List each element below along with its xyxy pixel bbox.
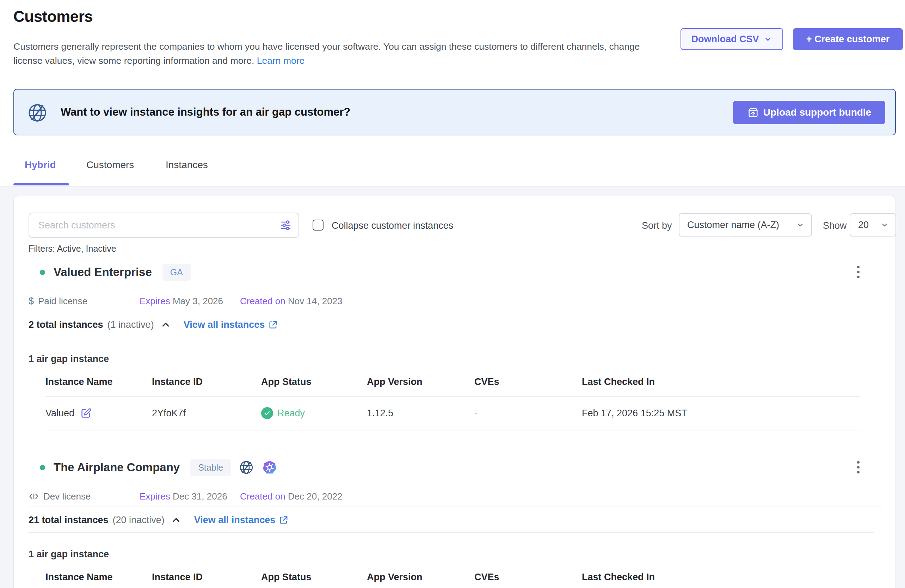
active-tab-underline [13, 183, 69, 186]
tabs-divider [0, 186, 905, 186]
customer-card-the-airplane-company: The Airplane Company Stable [14, 456, 896, 588]
learn-more-link[interactable]: Learn more [257, 56, 305, 66]
view-all-instances-link[interactable]: View all instances [184, 319, 278, 330]
customer-name[interactable]: Valued Enterprise [54, 265, 152, 279]
edit-icon[interactable] [80, 407, 92, 419]
sort-select[interactable]: Customer name (A-Z) [679, 213, 812, 237]
chevron-down-icon [796, 220, 805, 229]
table-header-row: Instance Name Instance ID App Status App… [46, 572, 860, 588]
section-divider [29, 532, 874, 532]
sort-select-value: Customer name (A-Z) [687, 219, 779, 230]
created-on-label: Created on [240, 491, 286, 502]
table-header-row: Instance Name Instance ID App Status App… [46, 377, 860, 397]
collapse-chevron-up-icon[interactable] [160, 319, 171, 330]
collapse-chevron-up-icon[interactable] [171, 515, 181, 525]
dollar-icon: $ [29, 296, 34, 307]
created-date: Dec 20, 2022 [288, 491, 343, 502]
tab-hybrid[interactable]: Hybrid [25, 159, 56, 171]
page-description: Customers generally represent the compan… [13, 40, 648, 68]
customers-panel: Collapse customer instances Sort by Cust… [13, 196, 896, 588]
chevron-down-icon [763, 35, 773, 44]
kubernetes-icon [262, 460, 277, 475]
app-version: 1.12.5 [367, 408, 474, 419]
customer-menu-button[interactable] [850, 262, 866, 282]
tab-instances[interactable]: Instances [166, 159, 208, 171]
customer-menu-button[interactable] [850, 457, 866, 477]
col-last-checked-in: Last Checked In [582, 377, 860, 388]
filters-note: Filters: Active, Inactive [29, 243, 116, 254]
air-gap-globe-icon [27, 102, 48, 123]
active-status-dot [40, 465, 45, 470]
view-all-instances-label: View all instances [194, 515, 276, 526]
banner-title: Want to view instance insights for an ai… [60, 106, 350, 118]
col-app-version: App Version [367, 572, 474, 583]
col-instance-name: Instance Name [46, 377, 152, 388]
col-cves: CVEs [474, 572, 582, 583]
search-input[interactable] [29, 213, 299, 238]
download-csv-button[interactable]: Download CSV [681, 28, 783, 50]
download-csv-label: Download CSV [691, 34, 759, 45]
license-type: Paid license [38, 296, 87, 307]
active-status-dot [40, 270, 45, 275]
code-icon [29, 491, 39, 502]
upload-support-bundle-label: Upload support bundle [763, 107, 871, 118]
inactive-instances-note: (1 inactive) [108, 319, 154, 330]
view-all-instances-label: View all instances [184, 319, 265, 330]
view-all-instances-link[interactable]: View all instances [194, 515, 289, 526]
airgap-instances-heading: 1 air gap instance [29, 549, 874, 560]
instance-name: Valued [46, 408, 75, 419]
instance-id: 2YfoK7f [152, 408, 261, 419]
section-divider [29, 337, 874, 337]
chevron-down-icon [880, 220, 889, 229]
cves-value: - [474, 408, 582, 419]
col-last-checked-in: Last Checked In [582, 572, 860, 583]
air-gap-globe-icon [238, 460, 254, 475]
external-link-icon [279, 515, 289, 525]
total-instances: 2 total instances [29, 319, 103, 330]
page-title: Customers [13, 8, 93, 25]
airgap-instances-table: Instance Name Instance ID App Status App… [46, 377, 860, 431]
col-instance-id: Instance ID [152, 377, 261, 388]
air-gap-banner: Want to view instance insights for an ai… [13, 89, 896, 135]
collapse-instances-label: Collapse customer instances [332, 220, 453, 231]
col-cves: CVEs [474, 377, 582, 388]
expires-label: Expires [140, 296, 170, 306]
show-select-value: 20 [858, 219, 869, 230]
show-select[interactable]: 20 [849, 213, 896, 237]
created-date: Nov 14, 2023 [288, 296, 343, 306]
airgap-instances-table: Instance Name Instance ID App Status App… [46, 572, 860, 588]
upload-icon [747, 106, 759, 118]
channel-badge: Stable [190, 459, 231, 476]
col-app-status: App Status [261, 377, 367, 388]
create-customer-label: + Create customer [806, 34, 889, 45]
col-instance-name: Instance Name [46, 572, 152, 583]
expires-label: Expires [140, 491, 170, 502]
search-customers-field [29, 213, 299, 238]
app-status: Ready [277, 408, 305, 419]
inactive-instances-note: (20 inactive) [113, 515, 165, 526]
col-app-status: App Status [261, 572, 367, 583]
col-app-version: App Version [367, 377, 474, 388]
show-label: Show [823, 220, 847, 231]
last-checked-in: Feb 17, 2026 15:25 MST [582, 408, 860, 419]
upload-support-bundle-button[interactable]: Upload support bundle [733, 101, 885, 124]
table-row: Valued 2YfoK7f Ready 1.12.5 - Feb 17, 20… [46, 397, 860, 431]
airgap-instances-heading: 1 air gap instance [29, 354, 874, 364]
customer-card-valued-enterprise: Valued Enterprise GA $ Paid license Expi… [14, 261, 896, 431]
total-instances: 21 total instances [29, 515, 108, 526]
tab-customers[interactable]: Customers [86, 159, 134, 171]
ready-check-icon [261, 407, 273, 419]
page-description-text: Customers generally represent the compan… [13, 41, 640, 66]
customer-name[interactable]: The Airplane Company [54, 461, 180, 474]
collapse-instances-checkbox[interactable] [313, 219, 324, 230]
channel-badge: GA [162, 264, 191, 281]
external-link-icon [268, 320, 278, 330]
expires-date: May 3, 2026 [173, 296, 223, 306]
expires-date: Dec 31, 2026 [173, 491, 227, 502]
create-customer-button[interactable]: + Create customer [793, 28, 903, 50]
col-instance-id: Instance ID [152, 572, 261, 583]
filter-sliders-icon[interactable] [279, 219, 292, 232]
license-type: Dev license [43, 491, 90, 502]
sort-by-label: Sort by [642, 220, 672, 231]
created-on-label: Created on [240, 296, 286, 306]
